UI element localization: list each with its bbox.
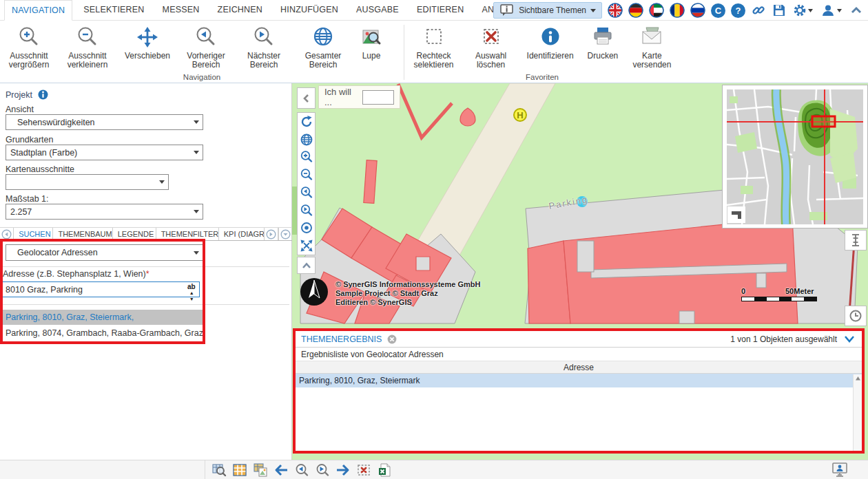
world-extent-button[interactable] <box>298 131 315 149</box>
ribbon-item-label: Karte versenden <box>624 52 680 70</box>
save-icon[interactable] <box>772 3 787 18</box>
tabs-scroll-right-button[interactable] <box>265 228 278 240</box>
link-icon[interactable] <box>751 3 766 18</box>
menu-hinzufuegen[interactable]: HINZUFÜGEN <box>273 0 345 21</box>
menu-ausgabe[interactable]: AUSGABE <box>349 0 406 21</box>
chevron-down-icon <box>190 151 203 154</box>
overview-resize-button[interactable] <box>845 230 867 251</box>
crescent-language-icon[interactable]: C <box>711 3 725 18</box>
user-account-button[interactable] <box>820 3 843 18</box>
zoom-out-extent-button[interactable]: Ausschnitt verkleinern <box>58 21 117 70</box>
chevron-down-icon <box>190 210 203 213</box>
tab-themenbaum[interactable]: THEMENBAUM <box>53 228 112 240</box>
collapse-panel-button[interactable] <box>297 87 316 109</box>
zoom-next-result-button[interactable] <box>314 462 331 478</box>
history-clock-button[interactable] <box>845 306 867 326</box>
full-extent-map-button[interactable] <box>298 237 315 255</box>
overview-map-panel[interactable] <box>722 85 868 228</box>
flag-russia-icon[interactable] <box>690 3 705 18</box>
form-separator <box>0 266 289 267</box>
ich-will-input[interactable] <box>362 90 394 105</box>
form-separator <box>0 304 289 305</box>
zoom-in-extent-button[interactable]: Ausschnitt vergrößern <box>0 21 58 70</box>
autocomplete-sort-icon[interactable]: ab ▲▼ <box>187 284 196 302</box>
address-input[interactable] <box>1 281 200 297</box>
project-info-icon[interactable] <box>38 89 48 100</box>
previous-view-button[interactable] <box>298 184 315 202</box>
next-view-button[interactable] <box>298 202 315 220</box>
next-result-button[interactable] <box>335 462 351 478</box>
magnifier-window-button[interactable]: Lupe <box>353 21 390 61</box>
identify-button[interactable]: Identifizieren <box>519 21 581 61</box>
send-map-button[interactable]: Karte versenden <box>624 21 680 70</box>
flag-romania-icon[interactable] <box>670 3 685 18</box>
address-field-label: Adresse (z.B. Stephansplatz 1, Wien)* <box>3 269 149 279</box>
map-extents-select[interactable] <box>6 174 169 190</box>
tab-themenergebnis[interactable]: THEMENERGEBNIS <box>301 334 382 344</box>
zoom-out-button[interactable] <box>298 166 315 184</box>
previous-extent-button[interactable]: Vorheriger Bereich <box>178 21 234 70</box>
center-map-button[interactable] <box>298 220 315 237</box>
ribbon-item-label: Ausschnitt vergrößern <box>0 52 58 70</box>
result-table-zoom-button[interactable] <box>211 462 227 478</box>
select-rectangle-button[interactable]: Rechteck selektieren <box>404 21 463 70</box>
tabs-scroll-left-button[interactable] <box>0 228 14 240</box>
pan-button[interactable]: Verschieben <box>117 21 178 61</box>
clear-selection-icon <box>479 25 503 50</box>
remote-support-icon[interactable] <box>831 462 849 478</box>
export-excel-button[interactable] <box>376 462 393 478</box>
scale-select-value: 2.257 <box>6 207 190 217</box>
search-category-select[interactable]: Geolocator Adressen <box>6 244 203 261</box>
scale-end-label: 50Meter <box>785 287 814 295</box>
basemap-select[interactable]: Stadtplan (Farbe) <box>6 145 203 160</box>
tabs-menu-button[interactable] <box>278 228 292 240</box>
table-map-button[interactable] <box>252 462 269 478</box>
view-select[interactable]: Sehenswürdigkeiten <box>6 114 203 130</box>
next-extent-button[interactable]: Nächster Bereich <box>234 21 293 70</box>
results-column-header[interactable]: Adresse <box>296 361 862 374</box>
zoom-in-button[interactable] <box>298 149 315 167</box>
tab-kpi-diagramme[interactable]: KPI (DIAGRA <box>219 228 265 240</box>
toolbar-collapse-button[interactable] <box>297 257 316 274</box>
zoom-previous-result-button[interactable] <box>293 462 310 478</box>
rotate-map-button[interactable] <box>298 113 315 131</box>
tab-legende[interactable]: LEGENDE <box>113 228 156 240</box>
results-row-selected[interactable]: Parkring, 8010, Graz, Steiermark <box>296 374 862 387</box>
globe-icon <box>311 25 335 50</box>
address-suggestion[interactable]: Parkring, 8074, Grambach, Raaba-Grambach… <box>3 326 203 341</box>
full-extent-button[interactable]: Gesamter Bereich <box>293 21 353 70</box>
overview-map-canvas[interactable] <box>727 89 863 224</box>
bus-stop-marker[interactable]: H <box>513 108 527 122</box>
help-icon[interactable]: ? <box>731 3 745 18</box>
flag-germany-icon[interactable] <box>628 3 643 18</box>
menu-messen[interactable]: MESSEN <box>156 0 207 21</box>
close-results-icon[interactable] <box>387 334 397 344</box>
flag-uae-icon[interactable] <box>649 3 664 18</box>
menu-selektieren[interactable]: SELEKTIEREN <box>76 0 151 21</box>
print-button[interactable]: Drucken <box>581 21 624 61</box>
map-viewport[interactable]: H Parking sse © SynerGIS Informationssys… <box>292 83 868 460</box>
results-scrollbar[interactable] <box>853 374 862 451</box>
overview-collapse-button[interactable] <box>727 206 745 223</box>
tab-suchen[interactable]: SUCHEN <box>14 228 53 240</box>
settings-gear-button[interactable] <box>792 3 814 18</box>
previous-result-button[interactable] <box>273 462 289 478</box>
collapse-results-icon[interactable] <box>844 334 855 343</box>
chevron-down-icon <box>156 180 168 184</box>
scale-select[interactable]: 2.257 <box>6 204 203 220</box>
ribbon-toolbar: Ausschnitt vergrößern Ausschnitt verklei… <box>0 21 868 83</box>
overview-extent-rectangle[interactable] <box>812 116 835 127</box>
data-table-button[interactable] <box>231 462 248 478</box>
menu-editieren[interactable]: EDITIEREN <box>410 0 471 21</box>
collapse-toolbar-icon[interactable] <box>849 3 864 18</box>
clear-result-selection-button[interactable] <box>355 462 372 478</box>
dashed-rectangle-icon <box>422 25 446 50</box>
menu-navigation[interactable]: NAVIGATION <box>4 0 72 21</box>
menu-zeichnen[interactable]: ZEICHNEN <box>211 0 270 21</box>
tab-themenfilter[interactable]: THEMENFILTER <box>156 228 219 240</box>
flag-uk-icon[interactable] <box>608 3 623 18</box>
visible-themes-button[interactable]: Sichtbare Themen <box>493 2 602 19</box>
envelope-map-icon <box>640 25 663 50</box>
address-suggestion-selected[interactable]: Parkring, 8010, Graz, Steiermark, <box>3 310 203 325</box>
clear-selection-button[interactable]: Auswahl löschen <box>463 21 519 70</box>
